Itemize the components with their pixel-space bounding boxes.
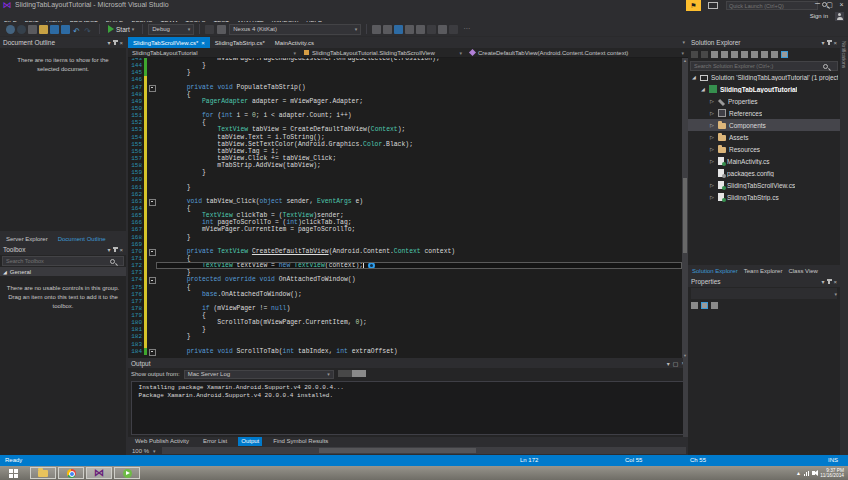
speaker-icon[interactable]	[812, 471, 815, 475]
project-dropdown[interactable]: SlidingTabLayoutTutorial ▾	[128, 48, 300, 57]
tree-item-components[interactable]: ▷Components	[688, 119, 840, 131]
code-line-183[interactable]: 183	[128, 341, 682, 348]
fold-toggle-icon[interactable]	[147, 348, 156, 355]
categorized-icon[interactable]	[691, 302, 698, 309]
dock-tab-find-symbol-results[interactable]: Find Symbol Results	[270, 437, 331, 446]
close-icon[interactable]: ×	[119, 40, 123, 46]
taskbar-player-button[interactable]	[114, 467, 140, 479]
code-line-144[interactable]: 144 }	[128, 62, 682, 69]
undo-icon[interactable]: ↶	[72, 27, 81, 36]
code-line-174[interactable]: 174 protected override void OnAttachedTo…	[128, 276, 682, 283]
code-line-184[interactable]: 184 private void ScrollToTab(int tabInde…	[128, 348, 682, 355]
tree-expand-icon[interactable]: ▷	[709, 182, 715, 188]
alphabetical-icon[interactable]	[701, 302, 708, 309]
dock-tab-document-outline[interactable]: Document Outline	[56, 234, 108, 244]
code-line-166[interactable]: 166 int pageToScrollTo = (int)clickTab.T…	[128, 219, 682, 226]
fold-toggle-icon[interactable]	[147, 198, 156, 205]
tree-item-mainactivity-cs[interactable]: ▷MainActivity.cs	[688, 155, 840, 167]
collapse-all-icon[interactable]	[721, 51, 728, 58]
editor-zoom-dropdown[interactable]: 100 % ▾	[128, 448, 160, 454]
code-line-175[interactable]: 175 {	[128, 284, 682, 291]
scrollbar-thumb[interactable]	[319, 448, 476, 453]
quick-launch-input[interactable]	[726, 1, 818, 10]
redo-icon[interactable]: ↷	[83, 27, 92, 36]
tree-item-references[interactable]: ▷References	[688, 107, 840, 119]
sdk-manager-icon[interactable]	[394, 25, 403, 34]
property-pages-icon[interactable]	[711, 302, 718, 309]
tree-item-slidingtablayouttutorial[interactable]: ◢SlidingTabLayoutTutorial	[688, 83, 840, 95]
close-icon[interactable]: ×	[833, 279, 837, 285]
tree-item-resources[interactable]: ▷Resources	[688, 143, 840, 155]
window-position-icon[interactable]: ▾	[107, 39, 110, 46]
output-log[interactable]: Installing package Xamarin.Android.Suppo…	[131, 381, 685, 435]
code-line-158[interactable]: 158 mTabStrip.AddView(tabView);	[128, 162, 682, 169]
editor-horizontal-scrollbar[interactable]	[162, 447, 686, 454]
window-position-icon[interactable]: ▾	[667, 360, 670, 367]
tree-expand-icon[interactable]: ▷	[709, 146, 715, 152]
code-line-148[interactable]: 148 {	[128, 91, 682, 98]
code-line-170[interactable]: 170 private TextView CreateDefaultTabVie…	[128, 248, 682, 255]
close-icon[interactable]: ×	[833, 40, 837, 46]
window-position-icon[interactable]: ▾	[821, 39, 824, 46]
fold-toggle-icon[interactable]	[147, 248, 156, 255]
code-line-149[interactable]: 149 PagerAdapter adapter = mViewPager.Ad…	[128, 98, 682, 105]
pin-icon[interactable]	[114, 247, 116, 252]
clear-all-icon[interactable]	[352, 370, 359, 377]
tree-expand-icon[interactable]: ▷	[709, 158, 715, 164]
emulator-manager-icon[interactable]	[416, 25, 425, 34]
fold-toggle-icon[interactable]	[147, 276, 156, 283]
window-position-icon[interactable]: ▾	[821, 278, 824, 285]
taskbar-clock[interactable]: 9:37 PM 11/16/2014	[820, 468, 846, 479]
navigate-icon[interactable]	[438, 25, 447, 34]
tree-expand-icon[interactable]: ▷	[709, 122, 715, 128]
code-line-159[interactable]: 159 }	[128, 169, 682, 176]
code-line-180[interactable]: 180 ScrollToTab(mViewPager.CurrentItem, …	[128, 319, 682, 326]
code-line-145[interactable]: 145 }	[128, 69, 682, 76]
solution-explorer-header[interactable]: Solution Explorer ▾ ×	[688, 37, 840, 48]
code-line-155[interactable]: 155 tabView.SetTextColor(Android.Graphic…	[128, 141, 682, 148]
comment-icon[interactable]	[383, 25, 392, 34]
tree-collapse-icon[interactable]: ◢	[700, 86, 706, 92]
toggle-word-wrap-icon[interactable]	[359, 370, 366, 377]
code-line-177[interactable]: 177	[128, 298, 682, 305]
code-line-165[interactable]: 165 TextView clickTab = (TextView)sender…	[128, 212, 682, 219]
toolbox-search-input[interactable]	[3, 258, 118, 264]
notifications-flag-icon[interactable]: ⚑	[686, 0, 701, 11]
tree-item-assets[interactable]: ▷Assets	[688, 131, 840, 143]
code-line-182[interactable]: 182 }	[128, 333, 682, 340]
code-line-146[interactable]: 146	[128, 76, 682, 83]
dock-tab-solution-explorer[interactable]: Solution Explorer	[692, 268, 738, 274]
tree-item-solution-slidingtablayouttutorial-1-project[interactable]: ◢Solution 'SlidingTabLayoutTutorial' (1 …	[688, 71, 840, 83]
toolbox-search[interactable]	[2, 256, 124, 266]
tree-item-properties[interactable]: ▷Properties	[688, 95, 840, 107]
dock-tab-team-explorer[interactable]: Team Explorer	[744, 268, 783, 274]
device-log-icon[interactable]	[405, 25, 414, 34]
home-icon[interactable]	[711, 51, 718, 58]
new-project-icon[interactable]	[28, 25, 37, 34]
dock-tab-server-explorer[interactable]: Server Explorer	[4, 234, 50, 244]
code-line-154[interactable]: 154 tabView.Text = i.ToString();	[128, 134, 682, 141]
maximize-panel-icon[interactable]: ▢	[673, 360, 679, 367]
code-line-181[interactable]: 181 }	[128, 326, 682, 333]
pin-icon[interactable]	[828, 40, 830, 45]
code-line-176[interactable]: 176 base.OnAttachedToWindow();	[128, 291, 682, 298]
start-debug-button[interactable]: Start ▾	[105, 25, 137, 33]
fold-toggle-icon[interactable]	[147, 84, 156, 91]
code-line-162[interactable]: 162	[128, 191, 682, 198]
toolbar-overflow-icon[interactable]: ⋯	[463, 25, 470, 33]
tree-expand-icon[interactable]: ▷	[709, 194, 715, 200]
start-button[interactable]	[2, 467, 24, 479]
tree-item-packages-config[interactable]: packages.config	[688, 167, 840, 179]
properties-object-dropdown[interactable]: ▾	[691, 288, 837, 299]
tree-expand-icon[interactable]: ▷	[709, 134, 715, 140]
save-icon[interactable]	[50, 25, 59, 34]
code-line-156[interactable]: 156 tabView.Tag = i;	[128, 148, 682, 155]
sign-in-link[interactable]: Sign in	[810, 13, 828, 19]
refresh-icon[interactable]	[751, 51, 758, 58]
document-outline-header[interactable]: Document Outline ▾ ×	[0, 37, 126, 48]
code-line-179[interactable]: 179 {	[128, 312, 682, 319]
editor-tab-slidingtabstrip-cs[interactable]: SlidingTabStrip.cs*	[210, 37, 270, 48]
navigate-backward-icon[interactable]	[6, 25, 15, 34]
scrollbar-thumb[interactable]	[683, 178, 687, 253]
tree-item-slidingtabstrip-cs[interactable]: ▷SlidingTabStrip.cs	[688, 191, 840, 203]
